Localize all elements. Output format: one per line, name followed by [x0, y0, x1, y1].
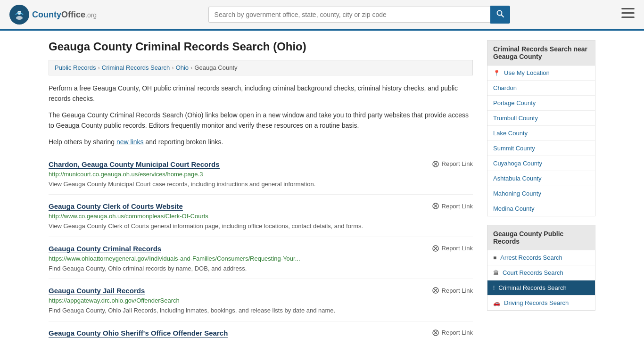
new-links-link[interactable]: new links — [116, 138, 144, 146]
hamburger-menu-button[interactable] — [621, 8, 635, 21]
sidebar-arrest-records[interactable]: ■ Arrest Records Search — [487, 250, 595, 265]
record-url[interactable]: https://www.ohioattorneygeneral.gov/Indi… — [49, 255, 473, 262]
record-title[interactable]: Chardon, Geauga County Municipal Court R… — [49, 160, 220, 169]
record-title[interactable]: Geauga County Jail Records — [49, 287, 145, 295]
logo-area[interactable]: CountyOffice.org — [9, 5, 97, 25]
sidebar-nearby-lake[interactable]: Lake County — [487, 126, 595, 141]
svg-rect-7 — [621, 16, 635, 18]
sidebar-nearby-medina[interactable]: Medina County — [487, 201, 595, 216]
search-button[interactable] — [490, 6, 510, 24]
logo-text: CountyOffice.org — [32, 10, 97, 20]
sidebar: Criminal Records Search near Geauga Coun… — [487, 40, 595, 345]
breadcrumb-criminal-records[interactable]: Criminal Records Search — [102, 64, 170, 71]
record-url[interactable]: https://appgateway.drc.ohio.gov/Offender… — [49, 297, 473, 304]
sidebar-court-records[interactable]: 🏛 Court Records Search — [487, 265, 595, 280]
report-link-button[interactable]: Report Link — [432, 287, 473, 294]
breadcrumb-current: Geauga County — [194, 64, 237, 71]
sidebar-nearby-ashtabula[interactable]: Ashtabula County — [487, 171, 595, 186]
sidebar-nearby-portage[interactable]: Portage County — [487, 96, 595, 111]
page-title: Geauga County Criminal Records Search (O… — [49, 40, 473, 53]
site-header: CountyOffice.org — [0, 0, 644, 31]
search-input[interactable] — [208, 7, 490, 23]
record-item: Geauga County Jail Records Report Link h… — [49, 279, 473, 321]
breadcrumb: Public Records › Criminal Records Search… — [49, 60, 473, 75]
record-desc: Find Geauga County, Ohio criminal record… — [49, 264, 473, 273]
record-title[interactable]: Geauga County Clerk of Courts Website — [49, 202, 183, 211]
svg-line-4 — [501, 15, 504, 17]
nearby-links: 📍 Use My Location Chardon Portage County… — [487, 66, 595, 216]
report-link-button[interactable]: Report Link — [432, 160, 473, 168]
public-records-section-header: Geauga County Public Records — [487, 225, 595, 250]
record-item: Chardon, Geauga County Municipal Court R… — [49, 153, 473, 195]
sidebar-criminal-records-label: Criminal Records Search — [498, 284, 567, 291]
search-bar — [208, 6, 510, 24]
record-item: Geauga County Clerk of Courts Website Re… — [49, 195, 473, 237]
main-layout: Geauga County Criminal Records Search (O… — [39, 31, 605, 354]
svg-rect-5 — [621, 8, 635, 9]
sidebar-driving-records[interactable]: 🚗 Driving Records Search — [487, 296, 595, 310]
record-title[interactable]: Geauga County Criminal Records — [49, 245, 161, 253]
description-2: The Geauga County Criminal Records Searc… — [49, 110, 473, 131]
nearby-section-header: Criminal Records Search near Geauga Coun… — [487, 40, 595, 66]
driving-records-icon: 🚗 — [493, 300, 500, 306]
svg-point-2 — [16, 16, 23, 20]
description-1: Perform a free Geauga County, OH public … — [49, 83, 473, 104]
sidebar-nearby-summit[interactable]: Summit County — [487, 141, 595, 156]
location-pin-icon: 📍 — [493, 70, 500, 76]
records-list: Chardon, Geauga County Municipal Court R… — [49, 153, 473, 345]
record-desc: Find Geauga County, Ohio Jail Records, i… — [49, 306, 473, 315]
report-link-button[interactable]: Report Link — [432, 245, 473, 252]
public-records-links: ■ Arrest Records Search 🏛 Court Records … — [487, 250, 595, 311]
breadcrumb-public-records[interactable]: Public Records — [55, 64, 96, 71]
sidebar-nearby-cuyahoga[interactable]: Cuyahoga County — [487, 156, 595, 171]
sidebar-nearby-trumbull[interactable]: Trumbull County — [487, 111, 595, 126]
sidebar-criminal-records[interactable]: ! Criminal Records Search — [487, 280, 595, 296]
breadcrumb-ohio[interactable]: Ohio — [176, 64, 189, 71]
description-3: Help others by sharing new links and rep… — [49, 137, 473, 147]
logo-icon — [9, 5, 29, 25]
report-link-button[interactable]: Report Link — [432, 202, 473, 210]
record-url[interactable]: http://www.co.geauga.oh.us/commonpleas/C… — [49, 213, 473, 220]
use-my-location-item[interactable]: 📍 Use My Location — [487, 66, 595, 81]
arrest-records-icon: ■ — [493, 255, 496, 261]
record-item: Geauga County Criminal Records Report Li… — [49, 237, 473, 280]
report-link-button[interactable]: Report Link — [432, 329, 473, 337]
record-desc: View Geauga County Clerk of Courts gener… — [49, 222, 473, 231]
record-title[interactable]: Geauga County Ohio Sheriff's Office Offe… — [49, 329, 228, 337]
court-records-icon: 🏛 — [493, 270, 499, 276]
record-item: Geauga County Ohio Sheriff's Office Offe… — [49, 321, 473, 345]
sidebar-nearby-chardon[interactable]: Chardon — [487, 81, 595, 96]
record-desc: View Geauga County Municipal Court case … — [49, 180, 473, 189]
sidebar-nearby-mahoning[interactable]: Mahoning County — [487, 186, 595, 201]
content-area: Geauga County Criminal Records Search (O… — [49, 40, 473, 345]
record-url[interactable]: http://municourt.co.geauga.oh.us/eservic… — [49, 171, 473, 178]
use-my-location-link[interactable]: Use My Location — [504, 69, 550, 76]
criminal-records-icon: ! — [493, 285, 495, 291]
svg-rect-6 — [621, 12, 635, 14]
